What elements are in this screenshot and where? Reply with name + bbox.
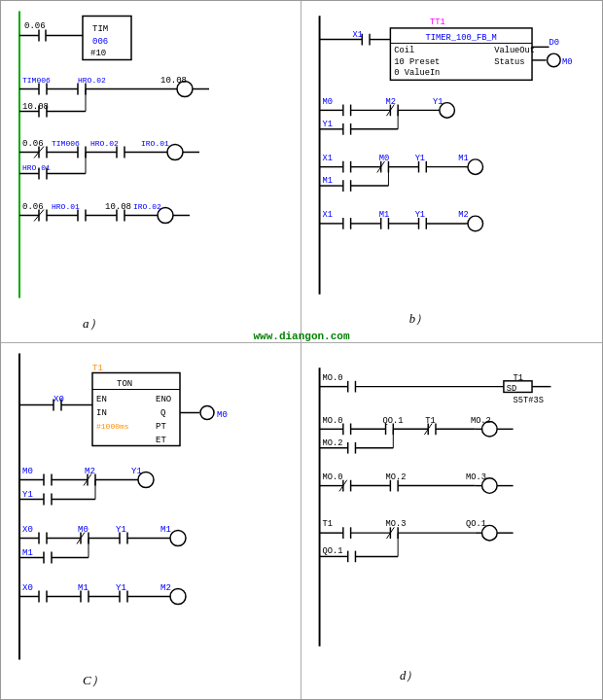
c2y1b: Y1 (22, 490, 33, 500)
c3m0: M0 (78, 525, 89, 535)
r3x1: X1 (322, 154, 332, 163)
status-label: Status (494, 57, 524, 67)
website-url-container: www.diangon.com (0, 331, 603, 342)
hro02b: HRO.02 (90, 139, 119, 148)
svg-point-73 (440, 103, 455, 119)
valueout-label: ValueOut (494, 46, 535, 55)
preset-row: 10 Preset (394, 57, 440, 67)
r3y1: Y1 (415, 154, 425, 163)
tt1-label: TT1 (430, 18, 445, 27)
val1008: 10.08 (160, 76, 187, 86)
r3m1out: M1 (458, 154, 468, 163)
d3m02: MO.2 (386, 472, 407, 482)
m0-out: M0 (562, 57, 572, 67)
iro01: IRO.01 (141, 139, 169, 148)
hro01b: HRO.01 (52, 202, 80, 211)
d1-s5t: S5T#3S (514, 396, 544, 405)
svg-point-198 (482, 478, 498, 494)
website-url: www.diangon.com (253, 331, 349, 342)
c2m2: M2 (85, 467, 95, 476)
r4x1: X1 (322, 210, 332, 220)
svg-point-145 (170, 531, 186, 546)
c4m1: M1 (78, 583, 89, 593)
hro02-a: HRO.02 (78, 76, 106, 85)
svg-point-91 (468, 159, 483, 175)
d2m00: MO.0 (322, 416, 342, 426)
d1-sd: SD (507, 384, 516, 394)
c4x0: X0 (22, 583, 33, 593)
quadrant-b-svg: TT1 TIMER_100_FB_M X1 Coil ValueOut D0 1… (305, 5, 598, 338)
tim-label: TIM (92, 24, 108, 34)
tim006-a: TIM006 (22, 76, 51, 85)
fb-name: TIMER_100_FB_M (426, 33, 497, 43)
eno-label: ENO (156, 395, 171, 404)
svg-point-108 (468, 216, 483, 231)
quadrant-c: T1 TON EN ENO X0 IN Q M0 #1000ms PT ET (1, 343, 302, 699)
r4y1: Y1 (415, 210, 425, 220)
et-label: ET (156, 436, 166, 445)
tim-10: #10 (90, 49, 106, 58)
r2m0: M0 (322, 97, 332, 107)
svg-point-162 (170, 589, 186, 605)
val1008b: 10.08 (22, 102, 49, 112)
q-label: Q (160, 408, 165, 418)
val1008c: 10.08 (105, 202, 131, 212)
quadrant-a: 0.06 TIM 006 #10 TIM006 HRO.02 (1, 1, 302, 343)
label-d: d） (400, 669, 418, 682)
en-label: EN (96, 395, 107, 404)
r3m1b: M1 (322, 176, 332, 186)
x0-c: X0 (53, 395, 64, 404)
contact1-label: 0.06 (24, 21, 46, 31)
quadrant-d-svg: MO.0 T1 SD S5T#3S MO.0 QO.1 T1 (305, 347, 598, 695)
d5q01: QO.1 (322, 546, 342, 556)
svg-point-209 (482, 525, 498, 541)
c06c: 0.06 (22, 202, 44, 212)
quadrant-a-svg: 0.06 TIM 006 #10 TIM006 HRO.02 (5, 5, 297, 338)
quadrant-c-svg: T1 TON EN ENO X0 IN Q M0 #1000ms PT ET (5, 347, 297, 695)
d2m02b: MO.2 (322, 438, 342, 448)
c3m1out: M1 (160, 525, 171, 535)
c3m1b: M1 (22, 548, 33, 558)
t1-c: T1 (92, 364, 103, 373)
d4m03: MO.3 (386, 519, 407, 529)
r4m2out: M2 (458, 210, 468, 220)
svg-point-118 (200, 406, 214, 420)
c4m2out: M2 (160, 583, 171, 593)
m0-c: M0 (217, 410, 228, 420)
d2t1: T1 (425, 416, 435, 426)
ton-label: TON (117, 379, 132, 389)
c06b: 0.06 (22, 139, 44, 149)
label-b: b） (409, 312, 428, 326)
label-c: C） (83, 673, 104, 687)
svg-point-52 (158, 208, 173, 224)
iro02: IRO.02 (133, 202, 161, 211)
pt-val: #1000ms (96, 422, 129, 431)
d2m02: MO.2 (471, 416, 491, 426)
pt-label: PT (156, 422, 166, 432)
quadrant-b: TT1 TIMER_100_FB_M X1 Coil ValueOut D0 1… (302, 1, 602, 343)
c3y1: Y1 (116, 525, 126, 535)
tim-006: 006 (92, 37, 108, 47)
label-a: a） (83, 316, 102, 331)
r2y1b: Y1 (322, 120, 332, 129)
x1-b: X1 (353, 30, 363, 40)
coil-label: Coil (394, 46, 414, 55)
svg-point-33 (167, 145, 183, 160)
c3x0: X0 (22, 525, 33, 535)
d0-label: D0 (550, 38, 559, 48)
quadrant-d: MO.0 T1 SD S5T#3S MO.0 QO.1 T1 (302, 343, 602, 699)
c4y1: Y1 (116, 583, 126, 593)
valuein-row: 0 ValueIn (394, 68, 440, 78)
d1m00: MO.0 (322, 373, 342, 383)
tim006b: TIM006 (52, 139, 80, 148)
c2m0: M0 (22, 467, 33, 476)
svg-point-127 (138, 472, 154, 488)
d3m00: MO.0 (322, 472, 342, 482)
d4t1: T1 (322, 519, 332, 529)
in-label: IN (96, 408, 107, 418)
main-container: 0.06 TIM 006 #10 TIM006 HRO.02 (0, 0, 603, 700)
svg-point-63 (548, 53, 561, 67)
